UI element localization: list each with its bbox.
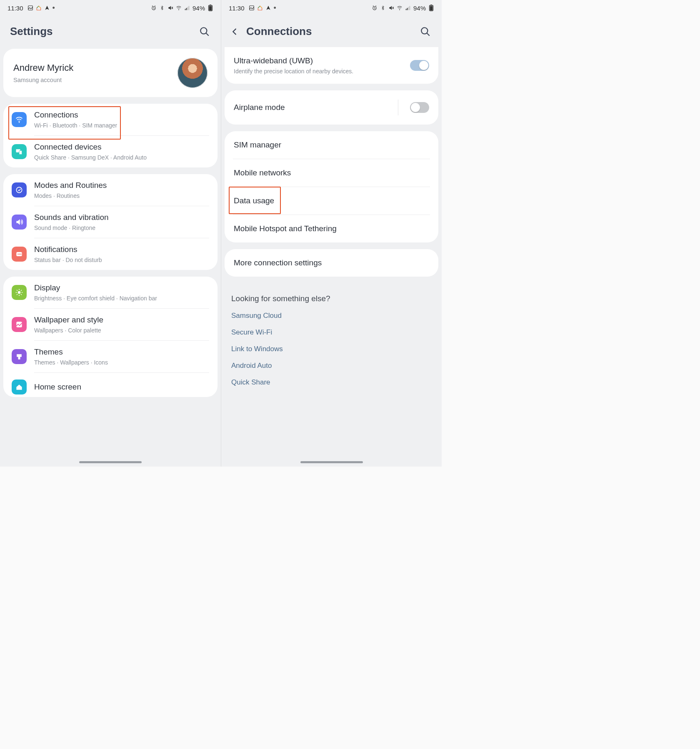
wifi-signal-icon — [176, 5, 182, 11]
home-app-icon — [257, 5, 263, 11]
setting-text: Home screen — [34, 382, 81, 392]
mute-icon — [168, 5, 173, 11]
search-icon — [199, 26, 210, 37]
battery-text: 94% — [413, 5, 426, 12]
themes-icon — [12, 349, 27, 364]
hint-link-quick-share[interactable]: Quick Share — [231, 378, 432, 387]
setting-text: Connected devices Quick Share · Samsung … — [34, 142, 147, 161]
search-button[interactable] — [198, 25, 211, 38]
conn-group-3: More connection settings — [225, 249, 438, 277]
devices-icon — [12, 144, 27, 159]
display-icon — [12, 285, 27, 300]
hint-link-secure-wifi[interactable]: Secure Wi-Fi — [231, 328, 432, 337]
svg-point-2 — [178, 10, 179, 10]
page-header: Connections — [221, 16, 442, 49]
conn-row-more[interactable]: More connection settings — [225, 249, 438, 277]
svg-point-19 — [18, 291, 21, 294]
conn-title: Ultra-wideband (UWB) — [234, 56, 353, 65]
svg-rect-26 — [408, 7, 409, 10]
phone-settings-root: 11:30 • — [0, 0, 221, 467]
settings-group-1: Modes and Routines Modes · Routines Soun… — [3, 174, 218, 270]
battery-icon — [208, 5, 213, 11]
search-icon — [420, 26, 431, 37]
cell-signal-icon — [184, 5, 190, 11]
cell-signal-icon — [405, 5, 411, 11]
nav-indicator[interactable] — [300, 461, 363, 463]
svg-rect-13 — [19, 151, 22, 155]
settings-row-connected-devices[interactable]: Connected devices Quick Share · Samsung … — [3, 136, 218, 167]
setting-title: Display — [34, 283, 157, 292]
page-title: Settings — [10, 25, 53, 38]
toggle-uwb[interactable] — [410, 60, 429, 71]
home-app-icon — [36, 5, 42, 11]
conn-row-sim-manager[interactable]: SIM manager — [225, 131, 438, 159]
settings-row-wallpaper[interactable]: Wallpaper and style Wallpapers · Color p… — [3, 309, 218, 340]
settings-row-themes[interactable]: Themes Themes · Wallpapers · Icons — [3, 341, 218, 372]
hint-title: Looking for something else? — [231, 294, 432, 303]
svg-point-31 — [421, 27, 428, 34]
hint-link-link-windows[interactable]: Link to Windows — [231, 345, 432, 353]
mute-icon — [388, 5, 394, 11]
settings-row-display[interactable]: Display Brightness · Eye comfort shield … — [3, 277, 218, 308]
bluetooth-icon — [159, 5, 165, 11]
avatar[interactable] — [178, 58, 208, 88]
page-header: Settings — [0, 16, 221, 49]
conn-row-airplane[interactable]: Airplane mode — [225, 90, 438, 125]
setting-sub: Wi-Fi · Bluetooth · SIM manager — [34, 122, 117, 129]
conn-title: Airplane mode — [234, 103, 285, 112]
svg-rect-6 — [188, 6, 189, 10]
phone-connections-root: 11:30 • 94% Connectio — [221, 0, 442, 467]
settings-group-2: Display Brightness · Eye comfort shield … — [3, 277, 218, 397]
status-time: 11:30 — [8, 5, 23, 12]
svg-rect-25 — [407, 8, 408, 10]
settings-row-modes-routines[interactable]: Modes and Routines Modes · Routines — [3, 174, 218, 206]
toggle-airplane[interactable] — [410, 102, 429, 113]
nav-indicator[interactable] — [79, 461, 142, 463]
settings-row-home-screen[interactable]: Home screen — [3, 373, 218, 397]
settings-row-sounds[interactable]: Sounds and vibration Sound mode · Ringto… — [3, 206, 218, 238]
conn-title: Mobile Hotspot and Tethering — [234, 224, 337, 233]
svg-rect-4 — [186, 8, 187, 10]
svg-point-10 — [200, 27, 207, 34]
wifi-icon — [12, 112, 27, 127]
account-sub: Samsung account — [13, 77, 73, 83]
setting-sub: Modes · Routines — [34, 192, 107, 199]
routines-icon — [12, 182, 27, 197]
gallery-icon — [28, 5, 33, 11]
back-button[interactable] — [229, 26, 240, 37]
setting-title: Sounds and vibration — [34, 213, 109, 222]
more-notifications-dot: • — [274, 4, 276, 12]
chevron-left-icon — [230, 27, 239, 36]
search-button[interactable] — [419, 25, 432, 38]
conn-row-hotspot[interactable]: Mobile Hotspot and Tethering — [225, 215, 438, 242]
conn-row-data-usage[interactable]: Data usage — [225, 187, 438, 215]
conn-row-uwb[interactable]: Ultra-wideband (UWB) Identify the precis… — [225, 47, 438, 84]
setting-sub: Quick Share · Samsung DeX · Android Auto — [34, 154, 147, 161]
conn-row-mobile-networks[interactable]: Mobile networks — [225, 159, 438, 187]
settings-row-connections[interactable]: Connections Wi-Fi · Bluetooth · SIM mana… — [3, 104, 218, 135]
svg-point-14 — [16, 187, 22, 192]
status-bar: 11:30 • — [0, 0, 221, 16]
svg-point-11 — [19, 122, 20, 123]
svg-rect-30 — [430, 5, 432, 5]
setting-sub: Wallpapers · Color palette — [34, 327, 103, 334]
settings-row-notifications[interactable]: Notifications Status bar · Do not distur… — [3, 238, 218, 270]
more-notifications-dot: • — [52, 4, 55, 12]
setting-title: Notifications — [34, 245, 102, 254]
status-left: 11:30 • — [8, 4, 55, 12]
svg-point-16 — [18, 254, 19, 255]
account-row[interactable]: Andrew Myrick Samsung account — [3, 49, 218, 97]
hint-link-android-auto[interactable]: Android Auto — [231, 362, 432, 370]
setting-sub: Sound mode · Ringtone — [34, 225, 109, 231]
hint-link-samsung-cloud[interactable]: Samsung Cloud — [231, 312, 432, 320]
status-right: 94% — [151, 5, 213, 12]
conn-group-1: Airplane mode — [225, 90, 438, 125]
svg-rect-29 — [430, 6, 433, 10]
setting-text: Wallpaper and style Wallpapers · Color p… — [34, 315, 103, 334]
setting-title: Connected devices — [34, 142, 147, 152]
setting-sub: Status bar · Do not disturb — [34, 257, 102, 263]
page-title: Connections — [246, 25, 312, 38]
bluetooth-icon — [380, 5, 386, 11]
svg-rect-24 — [406, 9, 407, 10]
status-right: 94% — [372, 5, 434, 12]
